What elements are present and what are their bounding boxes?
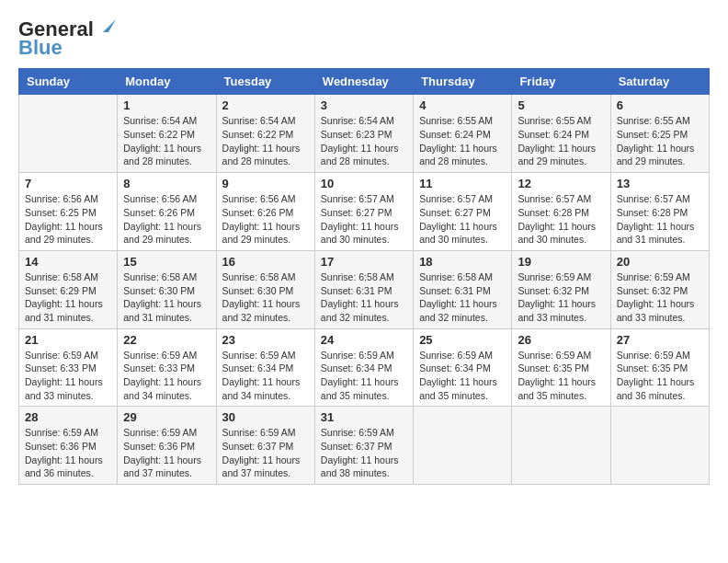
col-header-saturday: Saturday — [610, 69, 709, 95]
cell-day-number: 7 — [25, 177, 111, 190]
calendar-cell: 23Sunrise: 6:59 AM Sunset: 6:34 PM Dayli… — [216, 328, 314, 407]
cell-day-info: Sunrise: 6:59 AM Sunset: 6:33 PM Dayligh… — [123, 349, 210, 403]
cell-day-info: Sunrise: 6:57 AM Sunset: 6:27 PM Dayligh… — [321, 192, 407, 247]
col-header-tuesday: Tuesday — [216, 69, 314, 95]
cell-day-number: 22 — [123, 333, 210, 347]
calendar-cell: 30Sunrise: 6:59 AM Sunset: 6:37 PM Dayli… — [216, 407, 314, 485]
cell-day-number: 16 — [222, 255, 309, 269]
cell-day-number: 18 — [419, 255, 506, 269]
cell-day-info: Sunrise: 6:56 AM Sunset: 6:26 PM Dayligh… — [222, 192, 309, 247]
cell-day-number: 2 — [222, 98, 309, 112]
cell-day-number: 30 — [222, 410, 309, 424]
col-header-wednesday: Wednesday — [314, 69, 413, 95]
cell-day-info: Sunrise: 6:55 AM Sunset: 6:25 PM Dayligh… — [617, 114, 703, 168]
calendar-cell: 28Sunrise: 6:59 AM Sunset: 6:36 PM Dayli… — [19, 407, 118, 485]
cell-day-info: Sunrise: 6:54 AM Sunset: 6:23 PM Dayligh… — [321, 114, 407, 168]
calendar-cell: 8Sunrise: 6:56 AM Sunset: 6:26 PM Daylig… — [118, 173, 216, 251]
cell-day-number: 25 — [419, 333, 506, 347]
calendar-cell: 18Sunrise: 6:58 AM Sunset: 6:31 PM Dayli… — [414, 250, 512, 328]
cell-day-number: 31 — [321, 410, 407, 424]
cell-day-info: Sunrise: 6:54 AM Sunset: 6:22 PM Dayligh… — [222, 114, 309, 168]
page-header: General Blue — [18, 18, 710, 59]
calendar-cell: 2Sunrise: 6:54 AM Sunset: 6:22 PM Daylig… — [216, 95, 314, 173]
calendar-row: 7Sunrise: 6:56 AM Sunset: 6:25 PM Daylig… — [19, 173, 710, 251]
cell-day-number: 14 — [25, 255, 111, 269]
svg-marker-0 — [103, 19, 116, 32]
cell-day-info: Sunrise: 6:58 AM Sunset: 6:29 PM Dayligh… — [25, 270, 111, 325]
calendar-cell: 1Sunrise: 6:54 AM Sunset: 6:22 PM Daylig… — [118, 95, 216, 173]
cell-day-number: 5 — [518, 98, 604, 112]
cell-day-number: 29 — [123, 410, 210, 424]
cell-day-number: 19 — [518, 255, 604, 269]
calendar-cell: 26Sunrise: 6:59 AM Sunset: 6:35 PM Dayli… — [512, 328, 610, 407]
cell-day-info: Sunrise: 6:55 AM Sunset: 6:24 PM Dayligh… — [518, 114, 604, 168]
calendar-cell: 20Sunrise: 6:59 AM Sunset: 6:32 PM Dayli… — [610, 250, 709, 328]
calendar-row: 21Sunrise: 6:59 AM Sunset: 6:33 PM Dayli… — [19, 328, 710, 407]
calendar-cell: 15Sunrise: 6:58 AM Sunset: 6:30 PM Dayli… — [118, 250, 216, 328]
cell-day-info: Sunrise: 6:59 AM Sunset: 6:32 PM Dayligh… — [518, 270, 604, 325]
calendar-table: SundayMondayTuesdayWednesdayThursdayFrid… — [18, 68, 710, 485]
cell-day-info: Sunrise: 6:58 AM Sunset: 6:31 PM Dayligh… — [321, 270, 407, 325]
logo-blue: Blue — [18, 37, 116, 59]
col-header-monday: Monday — [118, 69, 216, 95]
calendar-cell — [512, 407, 610, 485]
cell-day-number: 21 — [25, 333, 111, 347]
calendar-cell: 4Sunrise: 6:55 AM Sunset: 6:24 PM Daylig… — [414, 95, 512, 173]
cell-day-number: 3 — [321, 98, 407, 112]
calendar-cell: 13Sunrise: 6:57 AM Sunset: 6:28 PM Dayli… — [610, 173, 709, 251]
cell-day-info: Sunrise: 6:58 AM Sunset: 6:31 PM Dayligh… — [419, 270, 506, 325]
col-header-thursday: Thursday — [414, 69, 512, 95]
calendar-cell: 19Sunrise: 6:59 AM Sunset: 6:32 PM Dayli… — [512, 250, 610, 328]
cell-day-info: Sunrise: 6:59 AM Sunset: 6:33 PM Dayligh… — [25, 349, 111, 403]
calendar-cell: 16Sunrise: 6:58 AM Sunset: 6:30 PM Dayli… — [216, 250, 314, 328]
calendar-cell — [414, 407, 512, 485]
cell-day-number: 9 — [222, 177, 309, 190]
logo: General Blue — [18, 18, 116, 59]
calendar-cell: 17Sunrise: 6:58 AM Sunset: 6:31 PM Dayli… — [314, 250, 413, 328]
cell-day-info: Sunrise: 6:59 AM Sunset: 6:35 PM Dayligh… — [617, 349, 703, 403]
cell-day-number: 27 — [617, 333, 703, 347]
calendar-cell: 7Sunrise: 6:56 AM Sunset: 6:25 PM Daylig… — [19, 173, 118, 251]
cell-day-number: 24 — [321, 333, 407, 347]
cell-day-number: 23 — [222, 333, 309, 347]
calendar-cell: 11Sunrise: 6:57 AM Sunset: 6:27 PM Dayli… — [414, 173, 512, 251]
calendar-cell: 21Sunrise: 6:59 AM Sunset: 6:33 PM Dayli… — [19, 328, 118, 407]
cell-day-info: Sunrise: 6:59 AM Sunset: 6:34 PM Dayligh… — [222, 349, 309, 403]
cell-day-info: Sunrise: 6:54 AM Sunset: 6:22 PM Dayligh… — [123, 114, 210, 168]
cell-day-info: Sunrise: 6:59 AM Sunset: 6:34 PM Dayligh… — [321, 349, 407, 403]
cell-day-info: Sunrise: 6:57 AM Sunset: 6:28 PM Dayligh… — [518, 192, 604, 247]
cell-day-number: 20 — [617, 255, 703, 269]
cell-day-number: 17 — [321, 255, 407, 269]
cell-day-info: Sunrise: 6:57 AM Sunset: 6:27 PM Dayligh… — [419, 192, 506, 247]
col-header-sunday: Sunday — [19, 69, 118, 95]
calendar-cell: 24Sunrise: 6:59 AM Sunset: 6:34 PM Dayli… — [314, 328, 413, 407]
calendar-row: 14Sunrise: 6:58 AM Sunset: 6:29 PM Dayli… — [19, 250, 710, 328]
calendar-row: 1Sunrise: 6:54 AM Sunset: 6:22 PM Daylig… — [19, 95, 710, 173]
calendar-cell: 27Sunrise: 6:59 AM Sunset: 6:35 PM Dayli… — [610, 328, 709, 407]
calendar-cell: 9Sunrise: 6:56 AM Sunset: 6:26 PM Daylig… — [216, 173, 314, 251]
calendar-cell — [610, 407, 709, 485]
cell-day-number: 10 — [321, 177, 407, 190]
cell-day-info: Sunrise: 6:58 AM Sunset: 6:30 PM Dayligh… — [222, 270, 309, 325]
cell-day-info: Sunrise: 6:59 AM Sunset: 6:34 PM Dayligh… — [419, 349, 506, 403]
calendar-row: 28Sunrise: 6:59 AM Sunset: 6:36 PM Dayli… — [19, 407, 710, 485]
calendar-cell: 3Sunrise: 6:54 AM Sunset: 6:23 PM Daylig… — [314, 95, 413, 173]
cell-day-number: 13 — [617, 177, 703, 190]
cell-day-number: 28 — [25, 410, 111, 424]
cell-day-info: Sunrise: 6:57 AM Sunset: 6:28 PM Dayligh… — [617, 192, 703, 247]
calendar-cell: 6Sunrise: 6:55 AM Sunset: 6:25 PM Daylig… — [610, 95, 709, 173]
cell-day-info: Sunrise: 6:56 AM Sunset: 6:26 PM Dayligh… — [123, 192, 210, 247]
calendar-cell: 25Sunrise: 6:59 AM Sunset: 6:34 PM Dayli… — [414, 328, 512, 407]
cell-day-info: Sunrise: 6:56 AM Sunset: 6:25 PM Dayligh… — [25, 192, 111, 247]
calendar-cell: 12Sunrise: 6:57 AM Sunset: 6:28 PM Dayli… — [512, 173, 610, 251]
calendar-cell: 31Sunrise: 6:59 AM Sunset: 6:37 PM Dayli… — [314, 407, 413, 485]
cell-day-number: 8 — [123, 177, 210, 190]
calendar-cell: 10Sunrise: 6:57 AM Sunset: 6:27 PM Dayli… — [314, 173, 413, 251]
cell-day-number: 12 — [518, 177, 604, 190]
col-header-friday: Friday — [512, 69, 610, 95]
cell-day-number: 4 — [419, 98, 506, 112]
calendar-cell — [19, 95, 118, 173]
calendar-header-row: SundayMondayTuesdayWednesdayThursdayFrid… — [19, 69, 710, 95]
logo-bird-icon — [96, 16, 116, 36]
cell-day-info: Sunrise: 6:59 AM Sunset: 6:32 PM Dayligh… — [617, 270, 703, 325]
